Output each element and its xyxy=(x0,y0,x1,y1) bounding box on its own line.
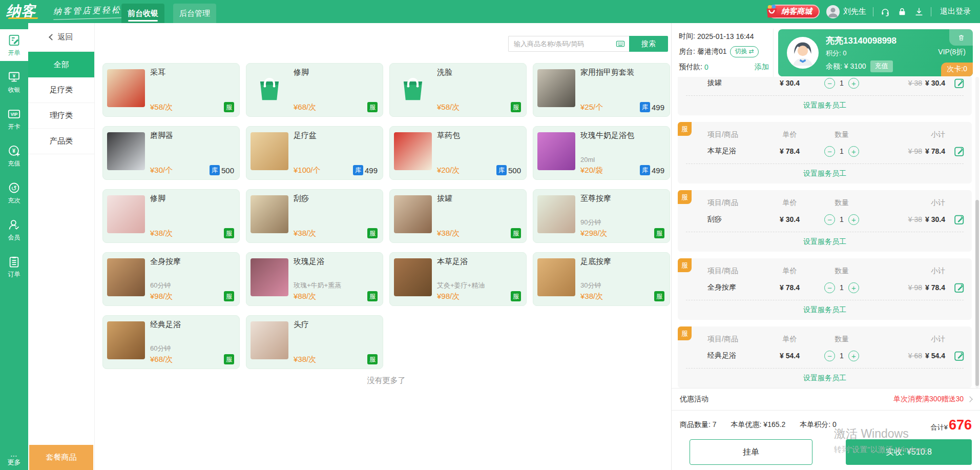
order-panel: 时间: 2025-01-13 16:44 房台: 馨港湾01 切换 预付款: 0… xyxy=(671,23,980,470)
sidebar-item-label: 开单 xyxy=(8,49,20,57)
sidebar-item-more[interactable]: ⋯ 更多 xyxy=(0,454,28,467)
service-type-badge: 服 xyxy=(678,122,692,136)
category-sidebar: 返回 全部足疗类理疗类产品类 套餐商品 xyxy=(28,23,95,470)
user-menu[interactable]: 刘先生 xyxy=(826,5,866,18)
recharge-icon: ¥ xyxy=(7,144,21,158)
pay-button[interactable]: 实收: ¥510.8 xyxy=(846,439,972,465)
set-staff-link[interactable]: 设置服务员工 xyxy=(684,300,966,315)
product-card[interactable]: 玫瑰牛奶足浴包 20ml ¥20/袋 库 499 xyxy=(533,126,670,180)
activity-link[interactable]: 单次消费满300赠送30 xyxy=(893,395,964,404)
order-item-subtotal: ¥ 98¥ 78.4 xyxy=(869,147,945,155)
category-item-理疗类[interactable]: 理疗类 xyxy=(28,103,94,129)
edit-item-button[interactable] xyxy=(953,350,966,362)
increase-qty-button[interactable]: + xyxy=(848,214,859,225)
category-label: 全部 xyxy=(54,60,69,70)
product-card[interactable]: 洗脸 ¥58/次 服 xyxy=(389,63,527,117)
product-subtitle xyxy=(294,345,378,353)
product-name: 草药包 xyxy=(437,131,521,140)
category-label: 足疗类 xyxy=(50,85,73,95)
product-card[interactable]: 玫瑰足浴 玫瑰+牛奶+熏蒸 ¥88/次 服 xyxy=(246,252,383,306)
edit-item-button[interactable] xyxy=(953,145,966,158)
lock-icon[interactable] xyxy=(897,7,907,17)
product-price: ¥38/次 xyxy=(294,355,316,364)
chevron-right-icon[interactable] xyxy=(967,396,972,402)
sidebar-item-开卡[interactable]: VIP 开卡 xyxy=(0,103,28,135)
recharge-button[interactable]: 充值 xyxy=(870,60,893,72)
logout-button[interactable]: 退出登录 xyxy=(940,7,971,16)
sidebar-item-会员[interactable]: 会员 xyxy=(0,214,28,246)
edit-item-button[interactable] xyxy=(953,213,966,226)
remove-member-button[interactable] xyxy=(949,29,973,46)
original-price: ¥ 68 xyxy=(908,352,922,360)
search-input[interactable] xyxy=(508,36,629,52)
increase-qty-button[interactable]: + xyxy=(848,351,859,361)
switch-room-button[interactable]: 切换 xyxy=(730,46,758,57)
product-card[interactable]: 修脚 ¥38/次 服 xyxy=(102,189,240,243)
tab-inactive[interactable]: 后台管理 xyxy=(173,4,216,23)
mall-badge-button[interactable]: 纳客商城 xyxy=(768,5,820,18)
decrease-qty-button[interactable]: − xyxy=(824,78,835,89)
decrease-qty-button[interactable]: − xyxy=(824,214,835,225)
product-card[interactable]: 采耳 ¥58/次 服 xyxy=(102,63,240,117)
product-name: 洗脸 xyxy=(437,68,521,77)
product-card[interactable]: 足疗盆 ¥100/个 库 499 xyxy=(246,126,383,180)
sidebar-item-充值[interactable]: ¥ 充值 xyxy=(0,140,28,172)
product-subtitle: 60分钟 xyxy=(150,344,234,353)
product-card[interactable]: 足底按摩 30分钟 ¥38/次 服 xyxy=(533,252,670,306)
service-badge: 服 xyxy=(367,291,378,301)
edit-item-button[interactable] xyxy=(953,77,966,90)
decrease-qty-button[interactable]: − xyxy=(824,351,835,361)
search-button[interactable]: 搜索 xyxy=(629,36,668,52)
product-card[interactable]: 修脚 ¥68/次 服 xyxy=(246,63,383,117)
support-headset-icon[interactable] xyxy=(880,7,890,17)
product-card[interactable]: 拔罐 ¥38/次 服 xyxy=(389,189,527,243)
subtotal-value: ¥ 54.4 xyxy=(925,352,945,360)
category-item-全部[interactable]: 全部 xyxy=(28,52,94,77)
download-icon[interactable] xyxy=(914,7,924,17)
set-staff-link[interactable]: 设置服务员工 xyxy=(684,369,966,383)
svg-text:¥: ¥ xyxy=(13,73,16,78)
set-staff-link[interactable]: 设置服务员工 xyxy=(684,232,966,247)
decrease-qty-button[interactable]: − xyxy=(824,282,835,293)
edit-item-button[interactable] xyxy=(953,281,966,294)
product-image xyxy=(107,321,145,359)
add-prepay-button[interactable]: 添加 xyxy=(755,63,769,72)
order-card-header: 项目/商品 单价 数量 小计 xyxy=(684,326,966,345)
increase-qty-button[interactable]: + xyxy=(848,282,859,293)
package-products-button[interactable]: 套餐商品 xyxy=(29,445,93,470)
stock-count: 499 xyxy=(365,166,378,175)
decrease-qty-button[interactable]: − xyxy=(824,146,835,157)
product-body: 草药包 ¥20/次 库 500 xyxy=(437,131,521,175)
product-card[interactable]: 家用指甲剪套装 ¥25/个 库 499 xyxy=(533,63,670,117)
order-item-price: ¥ 30.4 xyxy=(765,215,814,223)
product-card[interactable]: 磨脚器 ¥30/个 库 500 xyxy=(102,126,240,180)
sidebar-item-开单[interactable]: 开单 xyxy=(0,29,28,61)
hold-order-button[interactable]: 挂单 xyxy=(690,439,812,465)
keyboard-icon[interactable] xyxy=(615,39,626,49)
product-name: 经典足浴 xyxy=(150,320,234,330)
scrollbar-thumb[interactable] xyxy=(975,200,979,386)
product-card[interactable]: 本草足浴 艾灸+姜疗+精油 ¥98/次 服 xyxy=(389,252,527,306)
col-item: 项目/商品 xyxy=(684,130,765,139)
category-item-产品类[interactable]: 产品类 xyxy=(28,129,94,154)
product-card[interactable]: 至尊按摩 90分钟 ¥298/次 服 xyxy=(533,189,670,243)
tab-active[interactable]: 前台收银 xyxy=(121,4,164,23)
sidebar-item-收银[interactable]: ¥ 收银 xyxy=(0,66,28,98)
sidebar-item-订单[interactable]: 订单 xyxy=(0,251,28,282)
product-card[interactable]: 全身按摩 60分钟 ¥98/次 服 xyxy=(102,252,240,306)
order-item-card: 服 项目/商品 单价 数量 小计 全身按摩 ¥ 78.4 − 1 + ¥ 98¥… xyxy=(678,258,972,320)
set-staff-link[interactable]: 设置服务员工 xyxy=(684,96,966,110)
increase-qty-button[interactable]: + xyxy=(848,78,859,89)
product-price: ¥38/次 xyxy=(437,229,460,238)
increase-qty-button[interactable]: + xyxy=(848,146,859,157)
back-button[interactable]: 返回 xyxy=(28,23,94,52)
product-card[interactable]: 头疗 ¥38/次 服 xyxy=(246,315,383,369)
product-card[interactable]: 经典足浴 60分钟 ¥68/次 服 xyxy=(102,315,240,369)
product-card[interactable]: 草药包 ¥20/次 库 500 xyxy=(389,126,527,180)
product-card[interactable]: 刮痧 ¥38/次 服 xyxy=(246,189,383,243)
set-staff-link[interactable]: 设置服务员工 xyxy=(684,164,966,178)
sidebar-item-充次[interactable]: ↺ 充次 xyxy=(0,177,28,209)
order-item-card: 服 项目/商品 单价 数量 小计 本草足浴 ¥ 78.4 − 1 + ¥ 98¥… xyxy=(678,122,972,183)
product-subtitle xyxy=(437,93,521,101)
category-item-足疗类[interactable]: 足疗类 xyxy=(28,77,94,103)
